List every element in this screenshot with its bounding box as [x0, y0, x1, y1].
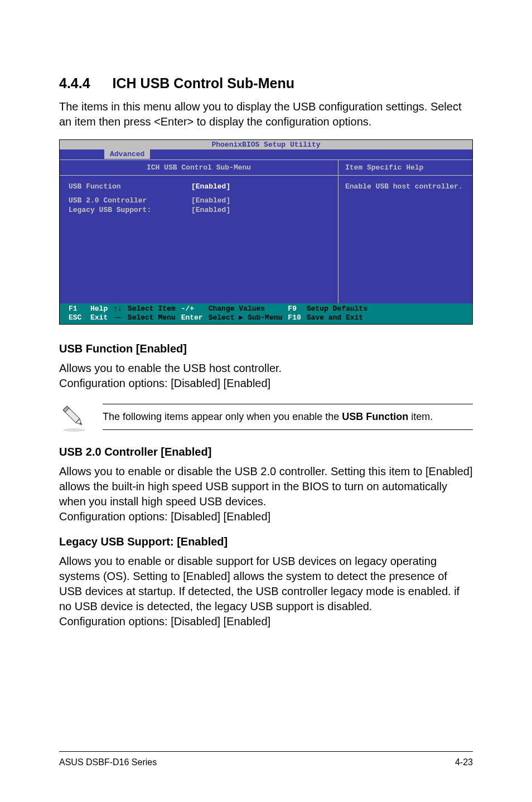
- sub-heading-usb-function: USB Function [Enabled]: [59, 342, 473, 355]
- footer-left: ASUS DSBF-D16 Series: [59, 757, 157, 767]
- note-bold: USB Function: [342, 411, 408, 422]
- bios-field-label: USB 2.0 Controller: [69, 196, 191, 205]
- bios-footer-arrows: ↑↓ →←: [113, 305, 122, 323]
- note-suffix: item.: [408, 411, 433, 422]
- bios-help-panel: Item Specific Help Enable USB host contr…: [338, 160, 472, 303]
- bios-field-value: [Enabled]: [191, 182, 230, 191]
- section-intro: The items in this menu allow you to disp…: [59, 99, 473, 129]
- bios-tab-row: Advanced: [60, 149, 472, 160]
- bios-footer-keys2: -/+ Enter: [181, 305, 203, 323]
- bios-help-title: Item Specific Help: [338, 160, 472, 176]
- bios-footer-keys3: F9 F10: [288, 305, 301, 323]
- section-title: ICH USB Control Sub-Menu: [113, 75, 294, 91]
- section-heading: 4.4.4ICH USB Control Sub-Menu: [59, 75, 473, 91]
- bios-field-label: USB Function: [69, 182, 191, 191]
- pencil-icon: [59, 402, 89, 432]
- note-text: The following items appear only when you…: [103, 404, 473, 430]
- bios-tab-advanced[interactable]: Advanced: [104, 149, 150, 159]
- bios-footer-defaults: Setup Defaults Save and Exit: [307, 305, 367, 323]
- bios-field-usb-function[interactable]: USB Function [Enabled]: [69, 182, 329, 191]
- bios-help-text: Enable USB host controller.: [338, 176, 472, 197]
- note-prefix: The following items appear only when you…: [103, 411, 342, 422]
- bios-field-label: Legacy USB Support:: [69, 206, 191, 214]
- note-box: The following items appear only when you…: [59, 402, 473, 432]
- bios-title: PhoenixBIOS Setup Utility: [60, 140, 472, 149]
- bios-panel-title: ICH USB Control Sub-Menu: [60, 160, 338, 176]
- section-number: 4.4.4: [59, 75, 90, 91]
- sub-heading-legacy: Legacy USB Support: [Enabled]: [59, 535, 473, 548]
- footer-right: 4-23: [455, 757, 473, 767]
- bios-field-legacy-usb[interactable]: Legacy USB Support: [Enabled]: [69, 206, 329, 214]
- bios-footer-keys1: F1 Help ESC Exit: [69, 305, 108, 323]
- bios-left-panel: ICH USB Control Sub-Menu USB Function [E…: [60, 160, 338, 303]
- sub-body-legacy: Allows you to enable or disable support …: [59, 554, 473, 629]
- bios-field-value: [Enabled]: [191, 206, 230, 214]
- sub-body-usb20: Allows you to enable or disable the USB …: [59, 464, 473, 524]
- bios-footer-select: Select Item Select Menu: [128, 305, 176, 323]
- page-footer: ASUS DSBF-D16 Series 4-23: [59, 751, 473, 767]
- bios-field-value: [Enabled]: [191, 196, 230, 205]
- bios-utility-box: PhoenixBIOS Setup Utility Advanced ICH U…: [59, 139, 473, 325]
- svg-point-0: [63, 428, 85, 432]
- sub-heading-usb20: USB 2.0 Controller [Enabled]: [59, 446, 473, 458]
- bios-footer-change: Change Values Select ▶ Sub-Menu: [209, 305, 283, 323]
- sub-body-usb-function: Allows you to enable the USB host contro…: [59, 361, 473, 391]
- bios-field-usb20-controller[interactable]: USB 2.0 Controller [Enabled]: [69, 196, 329, 205]
- bios-footer: F1 Help ESC Exit ↑↓ →← Select Item Selec…: [60, 303, 472, 324]
